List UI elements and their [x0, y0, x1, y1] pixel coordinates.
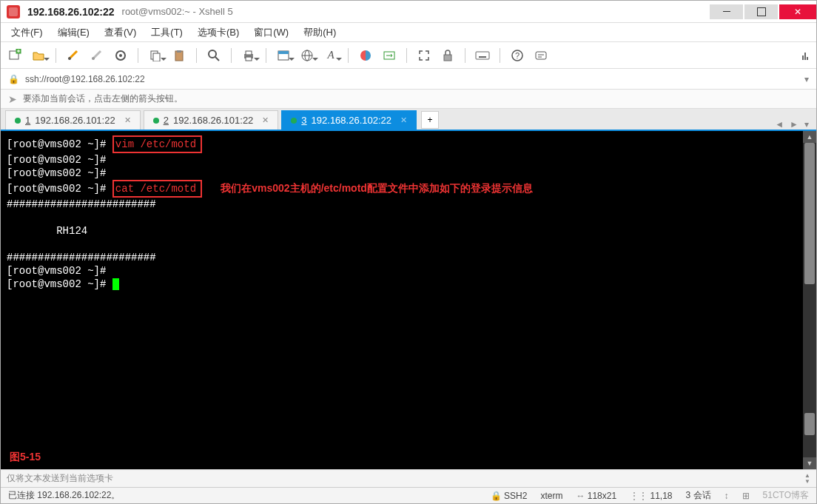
- svg-rect-23: [444, 55, 451, 61]
- tab-number: 3: [301, 115, 306, 126]
- toolbar-overflow-button[interactable]: [801, 46, 812, 65]
- svg-rect-32: [536, 52, 546, 59]
- position-icon: ⋮⋮: [630, 491, 648, 501]
- terminal[interactable]: [root@vms002 ~]# vim /etc/motd [root@vms…: [1, 131, 803, 469]
- status-icon-a[interactable]: ↕: [724, 491, 729, 501]
- svg-point-12: [209, 50, 216, 58]
- lock-button[interactable]: [438, 46, 457, 65]
- address-dropdown-button[interactable]: ▾: [804, 74, 809, 84]
- reconnect-button[interactable]: [64, 46, 83, 65]
- xftp-button[interactable]: [380, 46, 399, 65]
- status-dot-icon: [153, 118, 159, 124]
- status-dot-icon: [291, 118, 297, 124]
- annotation-text: 我们在vms002主机的/etc/motd配置文件中添加如下的登录提示信息: [221, 182, 533, 194]
- tab-number: 1: [25, 115, 30, 126]
- svg-rect-18: [278, 51, 289, 54]
- tab-list-button[interactable]: ▾: [801, 119, 812, 130]
- tab-nav-left-icon[interactable]: ◄: [772, 119, 787, 130]
- address-url[interactable]: ssh://root@192.168.26.102:22: [25, 74, 145, 84]
- tab-close-icon[interactable]: ✕: [262, 115, 269, 125]
- menu-view[interactable]: 查看(V): [98, 24, 142, 41]
- window-title-sub: root@vms002:~ - Xshell 5: [122, 6, 233, 17]
- tab-close-icon[interactable]: ✕: [124, 115, 131, 125]
- lock-icon: 🔒: [491, 491, 502, 501]
- tab-close-icon[interactable]: ✕: [400, 115, 407, 125]
- compose-stepper[interactable]: ▲▼: [804, 473, 810, 485]
- maximize-button[interactable]: [744, 4, 778, 19]
- status-sessions: 3 会话: [686, 489, 711, 502]
- status-icon-b[interactable]: ⊞: [742, 491, 750, 501]
- status-protocol: SSH2: [504, 491, 527, 501]
- add-session-arrow-icon[interactable]: ➤: [8, 93, 17, 105]
- size-icon: ↔: [576, 491, 585, 501]
- menu-tabs[interactable]: 选项卡(B): [192, 24, 245, 41]
- statusbar: 已连接 192.168.26.102:22。 🔒 SSH2 xterm ↔ 11…: [1, 487, 816, 503]
- terminal-output: RH124: [7, 225, 87, 237]
- menu-tools[interactable]: 工具(T): [145, 24, 189, 41]
- copy-button[interactable]: [146, 46, 165, 65]
- tab-label: 192.168.26.102:22: [312, 115, 391, 126]
- status-connection: 已连接 192.168.26.102:22。: [8, 489, 120, 502]
- new-session-button[interactable]: [5, 46, 24, 65]
- highlighted-command: vim /etc/motd: [112, 135, 202, 153]
- app-window: 192.168.26.102:22 root@vms002:~ - Xshell…: [0, 0, 817, 504]
- menu-file[interactable]: 文件(F): [5, 24, 49, 41]
- terminal-prompt: [root@vms002 ~]#: [7, 183, 106, 195]
- tab-nav-right-icon[interactable]: ►: [787, 119, 801, 130]
- properties-button[interactable]: [111, 46, 130, 65]
- svg-rect-11: [177, 50, 181, 53]
- keyboard-button[interactable]: [473, 46, 492, 65]
- find-button[interactable]: [204, 46, 223, 65]
- window-title-host: 192.168.26.102:22: [27, 6, 115, 18]
- compose-bar[interactable]: 仅将文本发送到当前选项卡 ▲▼: [1, 469, 816, 487]
- paste-button[interactable]: [169, 46, 189, 65]
- terminal-prompt: [root@vms002 ~]#: [7, 154, 106, 166]
- terminal-prompt: [root@vms002 ~]#: [7, 278, 106, 290]
- tab-session-1[interactable]: 1 192.168.26.101:22 ✕: [5, 110, 141, 130]
- terminal-area: [root@vms002 ~]# vim /etc/motd [root@vms…: [1, 131, 816, 469]
- terminal-cursor: [112, 278, 119, 290]
- color-scheme-button[interactable]: [274, 46, 293, 65]
- tab-session-2[interactable]: 2 192.168.26.101:22 ✕: [144, 110, 279, 130]
- svg-rect-16: [246, 57, 252, 61]
- toolbar: A ?: [1, 42, 816, 69]
- add-tab-button[interactable]: +: [421, 111, 439, 129]
- menu-help[interactable]: 帮助(H): [297, 24, 342, 41]
- status-size: 118x21: [588, 491, 616, 501]
- fullscreen-button[interactable]: [414, 46, 434, 65]
- svg-rect-24: [476, 52, 489, 59]
- status-term: xterm: [540, 491, 562, 501]
- menu-edit[interactable]: 编辑(E): [52, 24, 95, 41]
- tabstrip: 1 192.168.26.101:22 ✕ 2 192.168.26.101:2…: [1, 109, 816, 131]
- font-button[interactable]: A: [321, 46, 340, 65]
- compose-button[interactable]: [531, 46, 551, 65]
- tab-session-3[interactable]: 3 192.168.26.102:22 ✕: [281, 110, 417, 130]
- minimize-button[interactable]: [710, 4, 743, 19]
- status-dot-icon: [15, 118, 21, 124]
- scroll-down-icon[interactable]: ▼: [803, 457, 816, 469]
- print-button[interactable]: [239, 46, 258, 65]
- lock-icon: 🔒: [8, 74, 19, 84]
- xagent-button[interactable]: [356, 46, 375, 65]
- close-button[interactable]: [779, 4, 816, 19]
- svg-point-7: [119, 54, 122, 57]
- svg-point-4: [68, 57, 71, 60]
- addressbar: 🔒 ssh://root@192.168.26.102:22 ▾: [1, 69, 816, 90]
- titlebar: 192.168.26.102:22 root@vms002:~ - Xshell…: [1, 1, 816, 23]
- app-icon: [7, 5, 20, 19]
- terminal-prompt: [root@vms002 ~]#: [7, 138, 106, 150]
- open-session-button[interactable]: [29, 46, 48, 65]
- svg-rect-9: [153, 53, 160, 61]
- help-button[interactable]: ?: [508, 46, 527, 65]
- hint-bar: ➤ 要添加当前会话，点击左侧的箭头按钮。: [1, 90, 816, 109]
- tab-label: 192.168.26.101:22: [173, 115, 253, 126]
- terminal-output: ########################: [7, 198, 156, 210]
- disconnect-button[interactable]: [87, 46, 107, 65]
- terminal-scrollbar[interactable]: ▲ ▼: [803, 131, 816, 469]
- highlighted-command: cat /etc/motd: [112, 180, 202, 198]
- menu-window[interactable]: 窗口(W): [248, 24, 295, 41]
- svg-line-13: [215, 57, 219, 61]
- terminal-prompt: [root@vms002 ~]#: [7, 167, 106, 179]
- encoding-button[interactable]: [297, 46, 317, 65]
- scroll-up-icon[interactable]: ▲: [803, 131, 816, 143]
